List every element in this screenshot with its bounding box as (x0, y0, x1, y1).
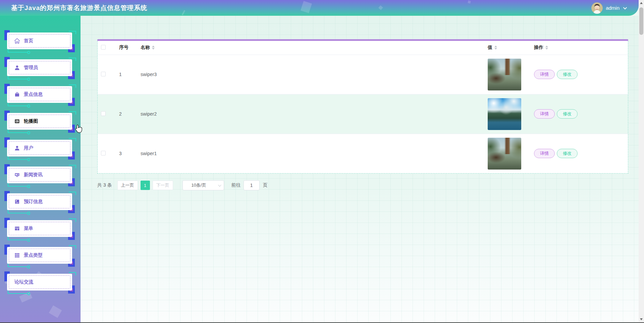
column-header-name: 名称 (141, 45, 150, 51)
sidebar-item-label: 新闻资讯 (24, 172, 43, 178)
row-index: 2 (114, 94, 139, 134)
sidebar-item-label: 首页 (24, 38, 33, 44)
column-header-index: 序号 (119, 45, 128, 51)
scroll-down-arrow-icon[interactable] (639, 317, 644, 322)
confetti-decoration (49, 305, 62, 318)
sidebar-item-label: 预订信息 (24, 199, 43, 205)
swiper-image (488, 59, 521, 90)
detail-button[interactable]: 详情 (534, 149, 555, 158)
table-row: 3 swiper1 详情 修改 (98, 134, 628, 173)
sidebar-item-label: 用户 (24, 145, 33, 151)
sidebar-item-scenic-type[interactable]: 景点类型 (7, 247, 72, 264)
page-size-value: 10条/页 (192, 182, 206, 188)
sidebar-item-label: 轮播图 (24, 118, 38, 124)
total-count-label: 共 3 条 (97, 182, 112, 188)
table-row: 1 swiper3 详情 修改 (98, 55, 628, 94)
page-title: 基于Java的郑州市著名旅游景点信息管理系统 (0, 4, 147, 12)
carousel-image-icon (14, 119, 20, 124)
scroll-up-arrow-icon[interactable] (639, 1, 644, 5)
page-number-1[interactable]: 1 (141, 181, 150, 190)
row-index: 1 (114, 55, 139, 94)
row-checkbox[interactable] (101, 111, 106, 116)
sidebar-item-label: 菜单 (24, 225, 33, 232)
username-label: admin (606, 5, 620, 11)
carousel-table: 序号 名称 值 操作 1 swiper3 (98, 41, 628, 173)
sort-icon[interactable] (494, 46, 497, 50)
select-all-checkbox[interactable] (101, 45, 106, 50)
sidebar-item-carousel[interactable]: 轮播图 (7, 113, 72, 130)
chevron-down-icon[interactable] (623, 5, 627, 9)
row-checkbox[interactable] (101, 151, 106, 155)
sidebar-item-scenic-info[interactable]: 景点信息 (7, 86, 72, 103)
scrollbar-thumb[interactable] (639, 7, 643, 35)
sidebar-item-booking[interactable]: 预订信息 (7, 193, 72, 210)
main-content: 序号 名称 值 操作 1 swiper3 (80, 16, 639, 322)
user-menu[interactable]: admin (591, 2, 639, 14)
confetti-decoration (468, 0, 471, 3)
row-checkbox[interactable] (101, 72, 106, 76)
admin-user-icon (14, 65, 20, 70)
row-index: 3 (114, 134, 139, 173)
table-row: 2 swiper2 详情 修改 (98, 94, 628, 134)
row-name: swiper1 (139, 134, 488, 173)
edit-button[interactable]: 修改 (557, 109, 578, 119)
sidebar-item-admin[interactable]: 管理员 (7, 59, 72, 76)
row-name: swiper3 (139, 55, 488, 94)
page-suffix-label: 页 (263, 182, 268, 188)
column-header-value: 值 (488, 45, 492, 51)
top-header: 基于Java的郑州市著名旅游景点信息管理系统 admin (0, 0, 639, 16)
home-icon (14, 38, 20, 44)
confetti-decoration (181, 10, 185, 15)
table-header-row: 序号 名称 值 操作 (98, 41, 628, 55)
next-page-button[interactable]: 下一页 (153, 181, 173, 190)
chevron-down-icon (218, 183, 221, 187)
detail-button[interactable]: 详情 (534, 109, 555, 119)
sidebar-item-users[interactable]: 用户 (7, 140, 72, 156)
column-header-actions: 操作 (534, 45, 543, 51)
sidebar-item-label: 管理员 (24, 65, 38, 71)
goto-page-input[interactable] (244, 180, 260, 190)
grid-icon (14, 253, 20, 258)
prev-page-button[interactable]: 上一页 (117, 181, 138, 190)
sort-icon[interactable] (152, 46, 155, 50)
pagination-bar: 共 3 条 上一页 1 下一页 10条/页 前往 页 (97, 180, 268, 190)
goto-label: 前往 (231, 182, 241, 188)
sidebar-item-label: 景点信息 (24, 91, 43, 98)
edit-button[interactable]: 修改 (557, 70, 578, 79)
page-size-select[interactable]: 10条/页 (182, 180, 224, 190)
swiper-image (488, 138, 521, 170)
sidebar-item-forum[interactable]: 论坛交流 (7, 274, 72, 290)
sidebar-item-news[interactable]: 新闻资讯 (7, 167, 72, 183)
booking-icon (14, 199, 20, 204)
app-window: 基于Java的郑州市著名旅游景点信息管理系统 admin (0, 0, 644, 323)
confetti-decoration (378, 5, 383, 10)
sidebar-nav: 首页 管理员 (0, 16, 80, 322)
edit-button[interactable]: 修改 (557, 149, 578, 158)
carousel-table-card: 序号 名称 值 操作 1 swiper3 (97, 40, 628, 174)
vertical-scrollbar[interactable] (639, 0, 644, 322)
row-name: swiper2 (139, 94, 488, 134)
sidebar-item-label: 论坛交流 (14, 279, 33, 285)
sidebar-item-home[interactable]: 首页 (7, 33, 72, 49)
menu-table-icon (14, 226, 20, 231)
briefcase-icon (14, 92, 20, 97)
swiper-image (488, 98, 521, 130)
user-icon (14, 145, 20, 151)
detail-button[interactable]: 详情 (534, 70, 555, 79)
news-icon (14, 172, 20, 178)
sort-icon[interactable] (545, 46, 548, 50)
avatar[interactable] (591, 2, 603, 14)
sidebar-item-label: 景点类型 (24, 252, 43, 258)
confetti-decoration (301, 1, 312, 13)
sidebar-item-menu[interactable]: 菜单 (7, 220, 72, 237)
